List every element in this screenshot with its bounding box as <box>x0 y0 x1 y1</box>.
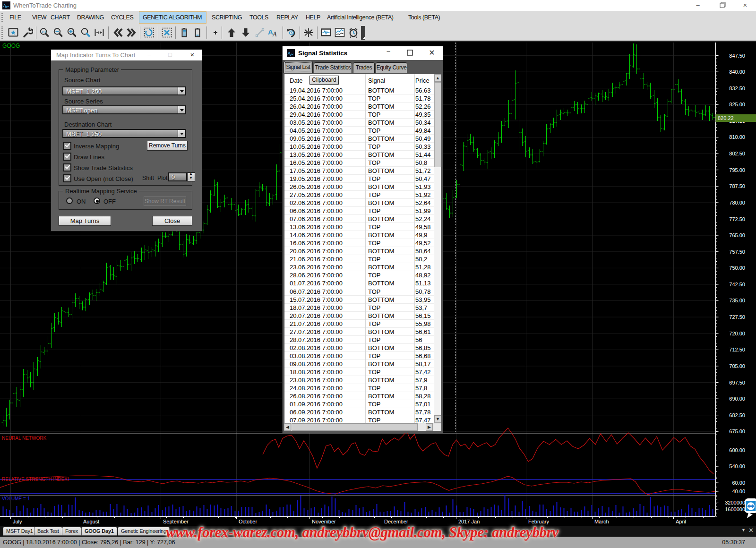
svg-text:825.00: 825.00 <box>729 102 745 107</box>
svg-text:600.00: 600.00 <box>729 447 745 453</box>
svg-text:795.00: 795.00 <box>729 167 745 173</box>
svg-text:682.50: 682.50 <box>729 412 745 418</box>
svg-text:NEURAL NETWORK: NEURAL NETWORK <box>2 436 46 441</box>
svg-text:March: March <box>594 519 609 524</box>
svg-text:840.00: 840.00 <box>729 69 745 75</box>
svg-text:750.00: 750.00 <box>729 265 745 271</box>
svg-text:705.00: 705.00 <box>729 363 745 369</box>
svg-text:787.50: 787.50 <box>729 183 745 189</box>
svg-text:August: August <box>83 519 99 524</box>
svg-text:3200000: 3200000 <box>725 500 745 505</box>
svg-text:757.50: 757.50 <box>729 249 745 255</box>
svg-text:772.50: 772.50 <box>729 216 745 222</box>
svg-text:832.50: 832.50 <box>729 86 745 91</box>
svg-text:735.00: 735.00 <box>729 298 745 303</box>
svg-text:810.00: 810.00 <box>729 134 745 140</box>
svg-text:802.50: 802.50 <box>729 151 745 156</box>
svg-text:1600000: 1600000 <box>725 506 745 512</box>
svg-text:VOLUME = 1: VOLUME = 1 <box>2 496 30 501</box>
svg-text:697.50: 697.50 <box>729 380 745 385</box>
svg-text:60.00: 60.00 <box>732 480 745 486</box>
svg-text:742.50: 742.50 <box>729 282 745 287</box>
svg-text:675.00: 675.00 <box>729 428 745 434</box>
svg-text:540.00: 540.00 <box>729 463 745 469</box>
svg-text:712.50: 712.50 <box>729 347 745 352</box>
svg-text:690.00: 690.00 <box>729 396 745 402</box>
svg-text:A: A <box>272 31 277 38</box>
svg-text:727.50: 727.50 <box>729 314 745 320</box>
svg-text:RELATIVE STRENGTH INDEXI: RELATIVE STRENGTH INDEXI <box>2 477 69 482</box>
svg-text:820.22: 820.22 <box>718 115 734 121</box>
svg-text:780.00: 780.00 <box>729 200 745 206</box>
svg-text:40.00: 40.00 <box>732 488 745 494</box>
svg-text:720.00: 720.00 <box>729 331 745 336</box>
svg-text:765.00: 765.00 <box>729 232 745 238</box>
svg-text:July: July <box>13 519 22 524</box>
svg-text:847.50: 847.50 <box>729 53 745 59</box>
svg-text:GOOG: GOOG <box>2 43 20 49</box>
svg-text:April: April <box>676 519 686 524</box>
